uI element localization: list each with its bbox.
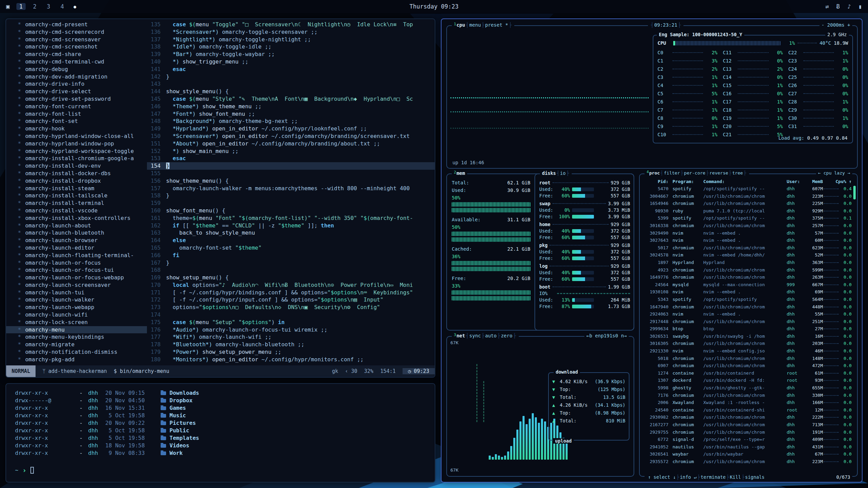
- file-list-item[interactable]: *omarchy-pkg-add: [6, 356, 147, 363]
- code-line[interactable]: 160show_font_menu() {: [147, 207, 435, 214]
- process-row[interactable]: 2935572chromium/usr/lib/chromium/chromdh…: [644, 458, 852, 465]
- dir-name[interactable]: Templates: [169, 434, 199, 442]
- code-line[interactable]: 147 *Font*) show_font_menu ;;: [147, 110, 435, 118]
- file-list-item[interactable]: *omarchy-notification-dismiss: [6, 348, 147, 356]
- code-line[interactable]: 176 *Audio*) omarchy-launch-or-focus-tui…: [147, 326, 435, 334]
- process-row[interactable]: 2930982chromium/usr/lib/chromium/chromdh…: [644, 414, 852, 421]
- process-row[interactable]: 3027643nvimnvim --embed .dhh60M0.0: [644, 237, 852, 244]
- process-row[interactable]: 2924063nvimnvim --embed .dhh55M0.0: [644, 310, 852, 318]
- terminal-cursor[interactable]: [30, 467, 34, 474]
- process-row[interactable]: 1647940chromium/usr/lib/chromium/chromdh…: [644, 303, 852, 311]
- file-list-item[interactable]: *omarchy-cmd-share: [6, 51, 147, 58]
- code-line[interactable]: 161 theme=$(menu "Font" "$(omarchy-font-…: [147, 214, 435, 222]
- code-line[interactable]: 163 back_to show_style_menu: [147, 229, 435, 237]
- file-list-item[interactable]: *omarchy-install-vscode: [6, 207, 147, 214]
- file-list-item[interactable]: *omarchy-launch-floating-terminal-: [6, 252, 147, 259]
- net-tab-sync[interactable]: sync: [469, 333, 481, 338]
- file-list-item[interactable]: *omarchy-install-xbox-controllers: [6, 214, 147, 222]
- file-list-item[interactable]: *omarchy-launch-bluetooth: [6, 229, 147, 237]
- file-list-item[interactable]: *omarchy-launch-editor: [6, 244, 147, 252]
- file-list-item[interactable]: *omarchy-font-current: [6, 103, 147, 110]
- cpu-box-title[interactable]: cpu: [457, 22, 465, 28]
- code-line[interactable]: 175 case $(menu "Setup" "$options") in: [147, 319, 435, 326]
- code-line[interactable]: 154}: [147, 162, 435, 170]
- file-list-item[interactable]: *omarchy-install-chromium-google-a: [6, 155, 147, 162]
- proc-mode-switch[interactable]: ← cpu lazy →: [818, 170, 850, 176]
- file-list-item[interactable]: *omarchy-launch-webapp: [6, 304, 147, 311]
- column-header[interactable]: Command:: [701, 179, 787, 184]
- process-row[interactable]: 3024578nvimnvim --embed /home/dhh/dhh52M…: [644, 251, 852, 259]
- process-row[interactable]: 2006XwaylandXwayland :1 -rootless -dhh16…: [644, 399, 852, 406]
- process-row[interactable]: 5399spotify/opt/spotify/spotify --dhh375…: [644, 214, 852, 222]
- code-line[interactable]: 167}: [147, 259, 435, 267]
- cpu-tab-preset-[interactable]: preset *: [485, 22, 508, 28]
- workspace-button-2[interactable]: 2: [30, 3, 39, 10]
- code-line[interactable]: 153 esac: [147, 155, 435, 162]
- proc-box-title[interactable]: proc: [649, 170, 660, 176]
- file-list-item[interactable]: *omarchy-drive-select: [6, 88, 147, 95]
- file-list-item[interactable]: *omarchy-launch-wifi: [6, 311, 147, 319]
- column-header[interactable]: User:: [787, 179, 804, 184]
- process-row[interactable]: 5018chromium/usr/lib/chromium/chromdhh14…: [644, 355, 852, 362]
- dir-name[interactable]: Music: [169, 412, 186, 419]
- code-line[interactable]: 180 *Monitors*) open_in_editor ~/.config…: [147, 356, 435, 363]
- code-line[interactable]: 156show_theme_menu() {: [147, 177, 435, 185]
- process-row[interactable]: 2167277chromium/usr/lib/chromium/chromdh…: [644, 421, 852, 429]
- screencast-icon[interactable]: ⇄: [825, 3, 829, 10]
- code-line[interactable]: 151 *About*) open_in_editor ~/.config/om…: [147, 140, 435, 148]
- battery-icon[interactable]: ▮: [858, 3, 862, 10]
- process-row[interactable]: 2941052nautilus/usr/bin/nautilus --gapdh…: [644, 443, 852, 451]
- file-list-item[interactable]: *omarchy-cmd-present: [6, 21, 147, 28]
- process-row[interactable]: 3016305chromium/usr/lib/chromium/chromdh…: [644, 340, 852, 347]
- file-list-item[interactable]: *omarchy-menu-keybindings: [6, 333, 147, 341]
- file-list-item[interactable]: *omarchy-launch-browser: [6, 237, 147, 244]
- process-row[interactable]: 3026541waybar/usr/bin/waybardhh67M0.0: [644, 450, 852, 458]
- process-row[interactable]: 5470spotify/opt/spotify/spotify --dhh607…: [644, 185, 852, 193]
- code-line[interactable]: 179 *Power*) show_setup_power_menu ;;: [147, 348, 435, 356]
- code-line[interactable]: 169show_setup_menu() {: [147, 274, 435, 281]
- file-list-item[interactable]: *omarchy-migrate: [6, 341, 147, 348]
- code-line[interactable]: 168: [147, 266, 435, 274]
- process-row[interactable]: 5998ghostty/usr/bin/ghostty --gtk-dhh655…: [644, 384, 852, 392]
- proc-action--select-[interactable]: ↑ select ↓: [648, 474, 676, 480]
- dir-name[interactable]: Downloads: [169, 389, 199, 397]
- code-line[interactable]: 136 *Screensaver*) omarchy-toggle-screen…: [147, 28, 435, 36]
- proc-action-kill[interactable]: Kill: [730, 474, 741, 480]
- code-line[interactable]: 157 omarchy-launch-walker -m menus:omarc…: [147, 185, 435, 192]
- file-list-item[interactable]: *omarchy-install-dev-env: [6, 162, 147, 170]
- code-line[interactable]: 139 *Bar*) omarchy-toggle-waybar ;;: [147, 51, 435, 58]
- process-row[interactable]: 1307dockerd/usr/bin/dockerd -H fd:root93…: [644, 377, 852, 384]
- process-row[interactable]: 2999634btopbtopdhh27M0.0: [644, 325, 852, 333]
- process-row[interactable]: 6772signal-d/proc/self/exe --type=rdhh40…: [644, 436, 852, 443]
- column-header[interactable]: Cpu% ↑: [823, 179, 852, 184]
- file-list-item[interactable]: *omarchy-install-tailscale: [6, 192, 147, 199]
- process-row[interactable]: 2921330nvimnvim --embed config.jsodhh46M…: [644, 347, 852, 355]
- process-row[interactable]: 1654946chromium/usr/lib/chromium/chromdh…: [644, 200, 852, 207]
- process-row[interactable]: 1274containe/usr/bin/containerdroot61M0.…: [644, 370, 852, 377]
- process-row[interactable]: 3026531swaybg/usr/bin/swaybg -i /homdhh1…: [644, 333, 852, 340]
- column-header[interactable]: Program:: [668, 179, 701, 184]
- proc-action-terminate[interactable]: terminate: [701, 474, 725, 480]
- proc-tab-filter[interactable]: filter: [664, 170, 680, 176]
- column-header[interactable]: MemB: [804, 179, 823, 184]
- process-row[interactable]: 5017chromium/usr/lib/chromium/chromdhh62…: [644, 244, 852, 252]
- code-line[interactable]: 149 *Hyprland*) open_in_editor ~/.config…: [147, 125, 435, 133]
- file-list-item[interactable]: *omarchy-debug: [6, 66, 147, 73]
- process-row[interactable]: 5343spotify/opt/spotify/spotifydhh564M0.…: [644, 296, 852, 303]
- file-list-item[interactable]: *omarchy-launch-about: [6, 222, 147, 229]
- launcher-icon[interactable]: ▣: [6, 3, 10, 10]
- net-interface[interactable]: ←b enp191s0 n→: [586, 333, 627, 338]
- file-list-item[interactable]: *omarchy-install-steam: [6, 185, 147, 192]
- dir-name[interactable]: Pictures: [169, 419, 196, 427]
- file-list-item[interactable]: *omarchy-hyprland-workspace-toggle: [6, 148, 147, 155]
- file-list-item[interactable]: *omarchy-lock-screen: [6, 319, 147, 326]
- dir-name[interactable]: Public: [169, 427, 189, 434]
- code-line[interactable]: 174: [147, 311, 435, 319]
- proc-action-info-[interactable]: info ↵: [680, 474, 696, 480]
- dir-name[interactable]: Work: [169, 449, 183, 457]
- code-line[interactable]: 164 else: [147, 237, 435, 244]
- file-list-item[interactable]: *omarchy-drive-set-password: [6, 95, 147, 103]
- code-line[interactable]: 177 *Wifi*) omarchy-launch-wifi ;;: [147, 333, 435, 341]
- code-line[interactable]: 178 *Bluetooth*) omarchy-launch-bluetoot…: [147, 341, 435, 348]
- code-line[interactable]: 172 [ -f ~/.config/hypr/input.conf ] && …: [147, 296, 435, 304]
